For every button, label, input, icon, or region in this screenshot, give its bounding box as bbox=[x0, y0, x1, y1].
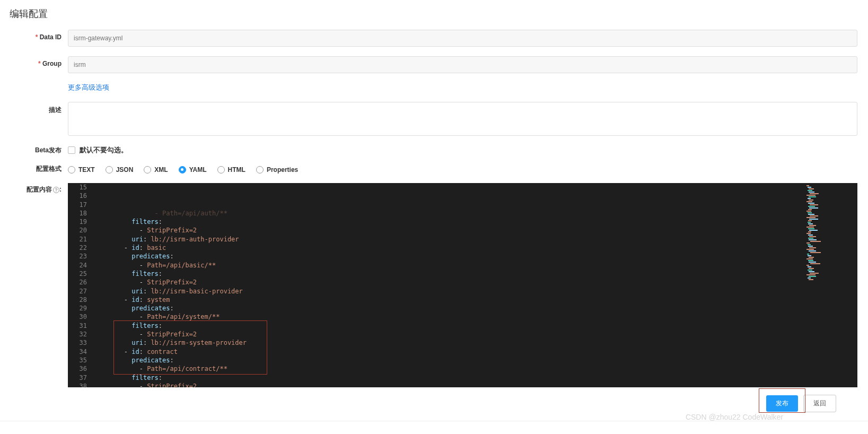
checkbox-beta[interactable] bbox=[68, 146, 75, 154]
row-beta: Beta发布 默认不要勾选。 bbox=[0, 145, 857, 155]
row-group: Group bbox=[0, 56, 857, 73]
label-empty bbox=[0, 83, 68, 86]
radio-xml-label: XML bbox=[154, 166, 168, 173]
row-data-id: Data ID bbox=[0, 30, 857, 47]
label-description: 描述 bbox=[0, 102, 68, 115]
input-description[interactable] bbox=[68, 102, 857, 136]
radio-html-label: HTML bbox=[228, 166, 246, 173]
help-icon[interactable]: ? bbox=[53, 187, 59, 193]
label-data-id: Data ID bbox=[0, 30, 68, 41]
label-beta: Beta发布 bbox=[0, 146, 68, 155]
label-content-colon: : bbox=[59, 186, 62, 193]
input-group[interactable] bbox=[68, 56, 857, 73]
back-button[interactable]: 返回 bbox=[803, 395, 836, 412]
publish-button[interactable]: 发布 bbox=[766, 395, 798, 412]
editor-gutter: 1516171819202122232425262728293031323334… bbox=[68, 183, 93, 387]
link-more-options[interactable]: 更多高级选项 bbox=[68, 83, 109, 92]
config-form: Data ID Group 更多高级选项 描述 Beta发布 默认不要勾选。 配… bbox=[0, 24, 868, 387]
radio-html[interactable]: HTML bbox=[217, 166, 246, 173]
watermark: CSDN @zhou22 CodeWalker bbox=[686, 413, 783, 421]
radio-group-format: TEXT JSON XML YAML HTML Properties bbox=[68, 165, 298, 173]
radio-text-label: TEXT bbox=[78, 166, 95, 173]
radio-yaml[interactable]: YAML bbox=[179, 166, 207, 173]
input-data-id[interactable] bbox=[68, 30, 857, 47]
radio-text[interactable]: TEXT bbox=[68, 166, 95, 173]
page-title: 编辑配置 bbox=[0, 0, 868, 24]
row-content: 配置内容?: 151617181920212223242526272829303… bbox=[0, 183, 857, 387]
row-more-options: 更多高级选项 bbox=[0, 83, 857, 92]
checkbox-beta-text: 默认不要勾选。 bbox=[80, 145, 128, 155]
label-format: 配置格式 bbox=[0, 164, 68, 173]
editor-code[interactable]: - Path=/api/auth/** filters: - StripPref… bbox=[93, 183, 804, 387]
radio-properties-label: Properties bbox=[267, 166, 298, 173]
radio-xml[interactable]: XML bbox=[144, 166, 168, 173]
row-description: 描述 bbox=[0, 102, 857, 136]
radio-json-label: JSON bbox=[116, 166, 134, 173]
radio-yaml-label: YAML bbox=[189, 166, 207, 173]
radio-json[interactable]: JSON bbox=[106, 166, 134, 173]
label-group: Group bbox=[0, 56, 68, 67]
radio-properties[interactable]: Properties bbox=[256, 166, 298, 173]
row-format: 配置格式 TEXT JSON XML YAML HTML Properties bbox=[0, 164, 857, 173]
label-content: 配置内容?: bbox=[0, 183, 68, 194]
editor-minimap[interactable] bbox=[804, 183, 857, 387]
code-editor[interactable]: 1516171819202122232425262728293031323334… bbox=[68, 183, 857, 387]
